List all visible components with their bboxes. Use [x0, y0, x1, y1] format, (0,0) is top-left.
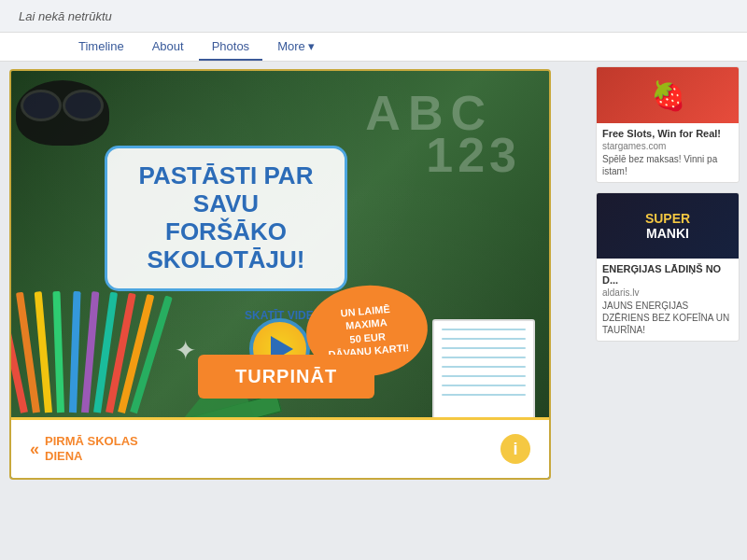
main-content: ABC 123: [0, 62, 588, 560]
turpinat-button[interactable]: TURPINĀT: [198, 355, 374, 399]
nav-tabs: Timeline About Photos More ▾: [0, 33, 747, 61]
ad-source-slots: stargames.com: [602, 141, 733, 151]
orange-bubble-text: UN LAIMĒ MAXIMA50 EURDĀVANU KARTI!: [318, 301, 416, 362]
promo-card: ABC 123: [9, 69, 551, 480]
notebook-line: [442, 357, 526, 358]
ad-source-energy: aldaris.lv: [602, 287, 733, 298]
chalk-123-text: 123: [426, 127, 521, 183]
notebook-line: [442, 385, 526, 386]
bubble-main-text: PASTĀSTI PAR SAVU FORŠĀKO SKOLOTĀJU!: [126, 162, 326, 274]
main-speech-bubble: PASTĀSTI PAR SAVU FORŠĀKO SKOLOTĀJU!: [105, 146, 347, 291]
notebook-line: [442, 329, 526, 330]
back-label: PIRMĀ SKOLAS DIENA: [45, 434, 138, 463]
notebook-line: [442, 347, 526, 349]
ad-card-energy[interactable]: SUPERMANKI ENERĢIJAS LĀDIŅŠ NO D... alda…: [596, 192, 740, 342]
info-button[interactable]: i: [500, 434, 530, 464]
tab-photos[interactable]: Photos: [199, 33, 262, 61]
tab-more[interactable]: More ▾: [264, 33, 328, 61]
notebook-line: [442, 366, 526, 368]
sunglasses-decoration: [16, 80, 109, 146]
ad-content-energy: ENERĢIJAS LĀDIŅŠ NO D... aldaris.lv JAUN…: [597, 259, 739, 341]
main-layout: ABC 123: [0, 62, 747, 560]
promo-footer: « PIRMĀ SKOLAS DIENA i: [11, 417, 549, 478]
ad-content-slots: Free Slots, Win for Real! stargames.com …: [597, 123, 739, 182]
pencil-5: [69, 291, 81, 413]
pencil-4: [52, 291, 64, 413]
notebook-lines: [434, 321, 533, 411]
ad-desc-energy: JAUNS ENERĢIJAS DZĒRIENS BEZ KOFEĪNA UN …: [602, 300, 733, 336]
ad-image-slots: 🍓: [597, 67, 739, 123]
super-manki-label: SUPERMANKI: [645, 211, 690, 241]
cover-text: Lai nekā netrūktu: [19, 9, 112, 23]
facebook-header: Lai nekā netrūktu Timeline About Photos …: [0, 0, 747, 62]
ad-desc-slots: Spēlē bez maksas! Vinni pa istam!: [602, 153, 733, 177]
cover-area: Lai nekā netrūktu: [0, 0, 747, 33]
star-search-icon: ✦: [175, 335, 196, 366]
ad-image-energy: SUPERMANKI: [597, 193, 739, 259]
strawberry-icon: 🍓: [651, 79, 685, 112]
ad-title-slots: Free Slots, Win for Real!: [602, 128, 733, 139]
notebook-line: [442, 375, 526, 377]
notebook-line: [442, 394, 526, 396]
tab-about[interactable]: About: [139, 33, 197, 61]
promo-background: ABC 123: [11, 71, 549, 478]
ad-title-energy: ENERĢIJAS LĀDIŅŠ NO D...: [602, 263, 733, 286]
back-button[interactable]: « PIRMĀ SKOLAS DIENA: [30, 434, 138, 463]
notebook-line: [442, 338, 526, 340]
ad-card-slots[interactable]: 🍓 Free Slots, Win for Real! stargames.co…: [596, 66, 740, 183]
right-sidebar: 🍓 Free Slots, Win for Real! stargames.co…: [588, 62, 747, 560]
tab-timeline[interactable]: Timeline: [65, 33, 137, 61]
back-arrows-icon: «: [30, 440, 39, 459]
